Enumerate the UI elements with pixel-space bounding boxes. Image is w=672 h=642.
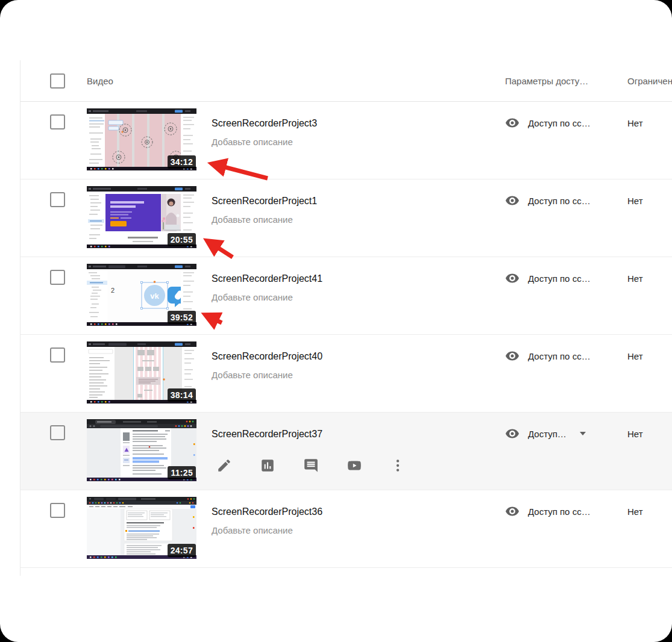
duration-badge: 38:14 <box>168 388 196 402</box>
duration-badge: 20:55 <box>168 233 196 246</box>
comment-icon <box>303 458 319 473</box>
restrictions-value: Нет <box>627 273 643 284</box>
table-header-row: Видео Параметры досту… Ограничения <box>20 60 672 102</box>
restrictions-value: Нет <box>627 118 643 128</box>
column-header-video: Видео <box>87 76 113 86</box>
video-description-placeholder[interactable]: Добавьте описание <box>212 137 317 148</box>
video-description-placeholder[interactable]: Добавьте описание <box>212 525 322 536</box>
video-manager-page: Видео Параметры досту… Ограничения <box>0 0 672 642</box>
svg-text:vk: vk <box>150 291 159 301</box>
select-all-checkbox[interactable] <box>50 73 65 89</box>
analytics-button[interactable] <box>260 458 275 473</box>
row-checkbox[interactable] <box>50 503 65 518</box>
row-checkbox[interactable] <box>50 425 65 440</box>
row-checkbox[interactable] <box>50 270 65 285</box>
more-vert-icon <box>390 458 406 473</box>
table-row: 38:14 ScreenRecorderProject40 Добавьте о… <box>20 335 672 413</box>
videos-table: Видео Параметры досту… Ограничения <box>20 60 672 576</box>
column-header-access: Параметры досту… <box>505 76 588 86</box>
access-cell[interactable]: Доступ по сс… <box>505 193 591 208</box>
video-title[interactable]: ScreenRecorderProject41 <box>212 273 322 284</box>
video-thumbnail[interactable]: 20:55 <box>87 186 196 248</box>
access-value: Доступ по сс… <box>528 196 591 206</box>
pencil-icon <box>216 458 232 473</box>
table-row: 20:55 ScreenRecorderProject1 Добавьте оп… <box>20 179 672 257</box>
visibility-eye-icon <box>505 193 520 208</box>
restrictions-value: Нет <box>627 196 643 206</box>
row-checkbox[interactable] <box>50 347 65 363</box>
video-thumbnail[interactable]: 24:57 <box>87 497 196 559</box>
table-row: 2 vk <box>20 257 672 335</box>
youtube-icon <box>347 458 362 473</box>
access-value: Доступ по сс… <box>528 351 591 361</box>
access-value: Доступ по сс… <box>528 118 591 128</box>
bar-chart-icon <box>260 458 275 473</box>
video-title[interactable]: ScreenRecorderProject37 <box>212 428 322 440</box>
video-description-placeholder[interactable]: Добавьте описание <box>212 292 322 303</box>
duration-badge: 11:25 <box>168 466 196 479</box>
video-thumbnail[interactable]: 34:12 <box>87 108 196 170</box>
access-cell[interactable]: Доступ по сс… <box>505 504 591 519</box>
restrictions-value: Нет <box>627 351 643 361</box>
table-row: 24:57 ScreenRecorderProject36 Добавьте о… <box>20 490 672 568</box>
access-value: Доступ по сс… <box>528 273 591 284</box>
video-title[interactable]: ScreenRecorderProject1 <box>212 195 317 207</box>
comments-button[interactable] <box>303 458 319 473</box>
duration-badge: 34:12 <box>168 155 196 169</box>
edit-video-button[interactable] <box>216 458 232 473</box>
access-value: Доступ… <box>528 429 567 439</box>
chevron-down-icon <box>580 432 586 435</box>
video-description-placeholder[interactable]: Добавьте описание <box>212 370 322 381</box>
video-thumbnail[interactable]: 2 vk <box>87 264 196 326</box>
access-cell[interactable]: Доступ по сс… <box>505 116 591 130</box>
table-row: 34:12 ScreenRecorderProject3 Добавьте оп… <box>20 102 672 179</box>
visibility-eye-icon <box>505 426 520 441</box>
more-actions-button[interactable] <box>390 458 406 473</box>
row-action-buttons <box>216 458 406 473</box>
visibility-eye-icon <box>505 116 520 130</box>
access-cell[interactable]: Доступ по сс… <box>505 271 591 285</box>
visibility-eye-icon <box>505 504 520 519</box>
access-value: Доступ по сс… <box>528 506 591 517</box>
row-checkbox[interactable] <box>50 114 65 129</box>
restrictions-value: Нет <box>627 429 643 439</box>
video-description-placeholder[interactable]: Добавьте описание <box>212 214 317 225</box>
table-row-hovered: 11:25 ScreenRecorderProject37 <box>20 413 672 490</box>
restrictions-value: Нет <box>627 506 643 517</box>
video-title[interactable]: ScreenRecorderProject3 <box>212 117 317 129</box>
visibility-eye-icon <box>505 349 520 363</box>
access-cell[interactable]: Доступ по сс… <box>505 349 591 363</box>
video-thumbnail[interactable]: 11:25 <box>87 419 196 481</box>
watch-on-youtube-button[interactable] <box>347 458 362 473</box>
svg-text:2: 2 <box>111 287 115 294</box>
visibility-eye-icon <box>505 271 520 285</box>
row-checkbox[interactable] <box>50 192 65 207</box>
access-dropdown[interactable]: Доступ… <box>505 426 586 441</box>
duration-badge: 39:52 <box>168 311 196 324</box>
duration-badge: 24:57 <box>168 544 196 557</box>
video-title[interactable]: ScreenRecorderProject40 <box>212 351 322 362</box>
column-header-restrictions: Ограничения <box>627 76 672 86</box>
video-title[interactable]: ScreenRecorderProject36 <box>212 506 322 517</box>
video-thumbnail[interactable]: 38:14 <box>87 341 196 404</box>
